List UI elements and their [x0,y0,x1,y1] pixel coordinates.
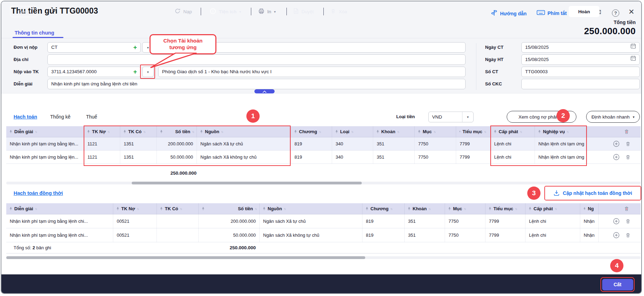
add-icon[interactable]: + [133,44,137,51]
cell[interactable]: 7799 [456,151,490,164]
column-header[interactable]: Ng [580,203,598,214]
cell[interactable]: 819 [291,137,332,150]
cell[interactable]: Ngân sách Xã tự chủ [259,214,362,228]
ckc-input[interactable] [521,79,640,89]
cell[interactable]: Nhận lệnh chi tạm ứng [535,137,587,150]
cell[interactable]: 1351 [120,137,156,150]
hscrollbar-thumb[interactable] [6,256,365,259]
print-button[interactable]: In ▾ [258,6,276,17]
help-icon[interactable]: ? [612,9,619,17]
cell[interactable]: 351 [404,228,445,242]
sort-icon[interactable]: ↑↓ [351,130,353,134]
date-ct-input[interactable]: 15/08/2025 [521,42,640,53]
cell[interactable]: 00521 [113,228,156,242]
payer-input[interactable]: CT+ [47,42,141,53]
cell[interactable]: 351 [373,151,414,164]
column-header[interactable]: Khoản↑↓ [404,203,445,214]
sort-icon[interactable]: ↑↓ [143,130,145,134]
sort-icon[interactable]: ↑↓ [567,130,568,134]
approve-button[interactable]: Duyệt [293,6,314,17]
update-simultaneous-button[interactable]: Cập nhật hạch toán đồng thời [545,187,641,200]
date-ht-input[interactable]: 15/08/2025 [521,54,640,65]
sort-icon[interactable]: ↑↓ [192,130,194,134]
tab-accounting[interactable]: Hạch toán [14,111,37,123]
column-header[interactable]: Cấp phát↑↓ [490,126,535,137]
chevron-down-icon[interactable]: ▾ [462,112,473,122]
sort-icon[interactable]: ↑↓ [137,207,139,211]
cell[interactable]: Nhận lệnh chi tạm ứng [535,151,587,164]
sort-icon[interactable]: ↑↓ [434,130,435,134]
add-row-button[interactable] [613,141,620,147]
cell[interactable]: 7799 [456,137,490,150]
hscrollbar-track[interactable] [6,182,641,184]
close-button[interactable]: Đóng [10,6,37,17]
sort-icon[interactable]: ↑↓ [555,207,557,211]
cell[interactable]: 50.000.000 [156,151,197,164]
sort-icon[interactable]: ↑↓ [255,207,256,211]
column-header[interactable]: Tiểu mục↑↓ [456,126,490,137]
hscrollbar-thumb[interactable] [132,182,362,184]
sort-icon[interactable]: ↑↓ [390,207,392,211]
account-dropdown[interactable]: ▾ [142,67,154,77]
cell[interactable]: Nhận kinh phí tạm ứng bằng lệnh chi... [6,214,113,228]
undo-button[interactable]: Hoàn [569,6,599,17]
sort-icon[interactable]: ↑↓ [515,207,517,211]
cell[interactable] [156,228,198,242]
cell[interactable]: Lệnh chi [525,228,580,242]
column-header[interactable]: Nguồn↑↓ [197,126,291,137]
sort-icon[interactable]: ↑↓ [35,207,37,211]
delete-all-button[interactable] [624,129,629,135]
guide-link[interactable]: Hướng dẫn [491,9,527,17]
cell[interactable]: 7750 [445,214,485,228]
cell[interactable]: 1351 [120,151,156,164]
sort-icon[interactable]: ↑↓ [464,207,466,211]
cell[interactable]: Nhận kinh phí tạm ứng bằng lệnh chi... [6,228,113,242]
cell[interactable]: Lệnh chi [490,151,535,164]
column-header[interactable]: TK Nợ↑↓ [84,126,120,137]
cell[interactable]: Nhận [580,214,598,228]
cell[interactable]: 00521 [113,214,156,228]
column-header[interactable]: Diễn giải↑↓ [6,126,84,137]
cell[interactable]: 7799 [485,214,525,228]
sort-icon[interactable]: ↑↓ [428,207,430,211]
tab-statistics[interactable]: Thống kê [50,111,70,123]
shortcut-link[interactable]: Phím tắt [537,9,567,17]
cell[interactable]: 50.000.000 [198,228,259,242]
column-header[interactable]: Mục↑↓ [414,126,456,137]
sort-icon[interactable]: ↑↓ [180,207,182,211]
calendar-icon[interactable] [630,55,636,64]
cell[interactable]: 200.000.000 [198,214,259,228]
add-icon[interactable]: + [133,69,137,75]
cell[interactable]: 1121 [84,137,120,150]
currency-select[interactable]: VND ▾ [428,112,474,122]
delete-row-button[interactable] [625,218,631,224]
column-header[interactable]: Mục↑↓ [445,203,485,214]
cell[interactable]: Nhận kinh phí tạm ứng bằng lện... [6,137,84,150]
add-row-button[interactable] [613,154,620,160]
column-header[interactable]: TK Có↑↓ [120,126,156,137]
add-row-button[interactable] [613,218,620,225]
column-header[interactable]: Diễn giải↑↓ [6,203,113,214]
column-header[interactable]: Khoản↑↓ [373,126,414,137]
cell[interactable]: 7750 [414,137,456,150]
cell[interactable]: 340 [332,137,373,150]
cell[interactable] [156,214,198,228]
quick-entry-button[interactable]: Định khoản nhanh ▾ [586,111,640,123]
sort-icon[interactable]: ↑↓ [484,130,486,134]
column-header[interactable]: Tiểu mục↑↓ [485,203,525,214]
cell[interactable]: 7799 [485,228,525,242]
sort-icon[interactable]: ↑↓ [221,130,223,134]
cell[interactable]: 351 [373,137,414,150]
tab-general-info[interactable]: Thông tin chung [15,30,54,36]
delete-row-button[interactable] [625,141,631,147]
column-header[interactable]: Chương↑↓ [291,126,332,137]
calendar-icon[interactable] [630,43,636,52]
reload-button[interactable]: Nạp [175,6,192,17]
cell[interactable]: 340 [332,151,373,164]
description-input[interactable]: Nhận kinh phí tạm ứng bằng lệnh chi tiền [47,79,466,89]
sort-icon[interactable]: ↑↓ [284,207,285,211]
sort-icon[interactable]: ↑↓ [35,130,37,134]
cell[interactable]: 819 [362,214,404,228]
cell[interactable]: Lệnh chi [525,214,580,228]
cell[interactable]: Ngân sách Xã không tự chủ [197,151,291,164]
